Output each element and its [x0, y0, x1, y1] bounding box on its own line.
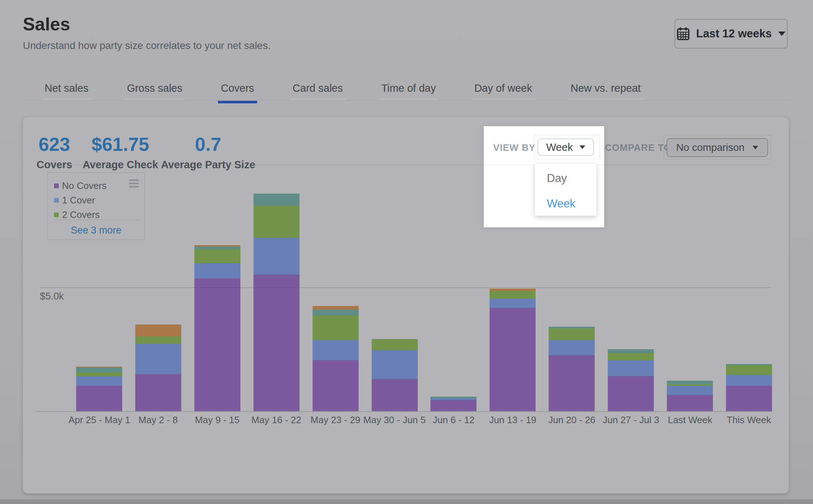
- x-axis-label: This Week: [727, 414, 771, 426]
- view-by-option-week[interactable]: Week: [547, 197, 575, 210]
- chart-legend: No Covers1 Cover2 Covers See 3 more: [47, 172, 145, 240]
- bar-segment-series-3: [194, 246, 240, 249]
- bar-segment-series-3: [313, 309, 359, 315]
- bar-segment-series-4: [135, 325, 181, 336]
- bar-segment-2-covers: [608, 353, 654, 360]
- x-axis-label: Jun 27 - Jul 3: [603, 414, 659, 426]
- view-by-dropdown[interactable]: Week: [537, 139, 594, 156]
- bar-segment-series-4: [313, 306, 359, 309]
- legend-divider: [53, 220, 139, 220]
- view-by-value: Week: [546, 141, 573, 153]
- bottom-edge-strip: [0, 499, 813, 504]
- x-axis-label: May 30 - Jun 5: [363, 414, 426, 426]
- bar-may-9-15: [194, 245, 240, 412]
- stacked-bar-chart: Apr 25 - May 1May 2 - 8May 9 - 15May 16 …: [0, 0, 813, 504]
- x-axis-label: Jun 20 - 26: [548, 414, 595, 426]
- bar-segment-2-covers: [135, 336, 181, 344]
- bar-segment-no-covers: [667, 395, 713, 412]
- x-axis-label: Jun 6 - 12: [433, 414, 475, 426]
- x-axis-label: Jun 13 - 19: [489, 414, 536, 426]
- bar-last-week: [667, 381, 713, 412]
- legend-label: 2 Covers: [62, 209, 100, 220]
- bar-segment-series-3: [76, 367, 122, 373]
- bar-segment-no-covers: [313, 360, 359, 412]
- bar-segment-no-covers: [490, 308, 536, 412]
- chevron-down-icon: [579, 145, 585, 149]
- legend-item-2-covers: 2 Covers: [54, 209, 100, 220]
- bar-segment-1-cover: [490, 299, 536, 308]
- view-by-menu: DayWeek: [535, 164, 597, 216]
- bar-segment-1-cover: [726, 375, 772, 386]
- bar-segment-1-cover: [667, 386, 713, 395]
- bar-segment-2-covers: [253, 206, 300, 238]
- bar-may-16-22: [253, 194, 300, 412]
- bar-segment-series-3: [608, 349, 654, 353]
- bar-segment-no-covers: [608, 376, 654, 412]
- bar-segment-1-cover: [253, 238, 300, 274]
- bar-segment-no-covers: [549, 355, 595, 412]
- legend-swatch: [54, 198, 59, 203]
- bar-segment-no-covers: [194, 278, 240, 412]
- bar-jun-6-12: [430, 397, 476, 412]
- bar-segment-2-covers: [372, 339, 418, 350]
- bar-segment-series-3: [667, 381, 713, 384]
- legend-item-no-covers: No Covers: [54, 180, 107, 191]
- bar-may-23-29: [313, 306, 359, 412]
- bar-apr-25-may-1: [76, 367, 122, 412]
- bar-segment-1-cover: [549, 340, 595, 355]
- view-by-label: VIEW BY: [493, 142, 536, 153]
- bar-segment-2-covers: [490, 290, 536, 299]
- bar-segment-1-cover: [194, 263, 240, 278]
- bar-may-2-8: [135, 325, 181, 412]
- bar-segment-1-cover: [313, 340, 359, 360]
- legend-label: No Covers: [62, 180, 107, 191]
- bar-segment-2-covers: [549, 328, 595, 340]
- x-axis-label: May 2 - 8: [139, 414, 178, 426]
- y-tick-label: $5.0k: [40, 291, 64, 302]
- legend-label: 1 Cover: [62, 195, 95, 206]
- bar-jun-13-19: [490, 289, 536, 412]
- bar-segment-no-covers: [372, 379, 418, 412]
- view-by-option-day[interactable]: Day: [547, 172, 567, 185]
- x-axis-label: May 23 - 29: [310, 414, 360, 426]
- legend-menu-icon[interactable]: [129, 179, 139, 187]
- bar-segment-no-covers: [430, 400, 476, 412]
- legend-swatch: [54, 183, 59, 188]
- bar-segment-2-covers: [194, 249, 240, 263]
- bar-segment-no-covers: [726, 386, 772, 412]
- bar-segment-series-3: [253, 194, 300, 206]
- bar-segment-1-cover: [135, 344, 181, 374]
- y-gridline: [40, 288, 771, 288]
- legend-item-1-cover: 1 Cover: [54, 195, 95, 206]
- bar-segment-1-cover: [76, 376, 122, 386]
- bar-may-30-jun-5: [372, 339, 418, 412]
- bar-segment-2-covers: [726, 365, 772, 375]
- bar-segment-2-covers: [76, 373, 122, 376]
- bar-jun-27-jul-3: [608, 349, 654, 412]
- bar-segment-2-covers: [313, 315, 359, 340]
- legend-swatch: [54, 212, 59, 217]
- bar-this-week: [726, 364, 772, 412]
- x-axis-line: [36, 411, 771, 412]
- sales-analytics-page: Sales Understand how party size correlat…: [0, 0, 813, 504]
- bar-jun-20-26: [549, 327, 595, 412]
- x-axis-label: Apr 25 - May 1: [69, 414, 131, 426]
- bar-segment-no-covers: [135, 374, 181, 412]
- bar-segment-no-covers: [76, 386, 122, 412]
- x-axis-label: Last Week: [668, 414, 712, 426]
- bar-segment-1-cover: [608, 360, 654, 376]
- bar-segment-no-covers: [253, 274, 300, 412]
- bar-segment-1-cover: [372, 350, 418, 379]
- x-axis-label: May 16 - 22: [251, 414, 301, 426]
- legend-see-more-link[interactable]: See 3 more: [48, 225, 144, 236]
- x-axis-label: May 9 - 15: [195, 414, 240, 426]
